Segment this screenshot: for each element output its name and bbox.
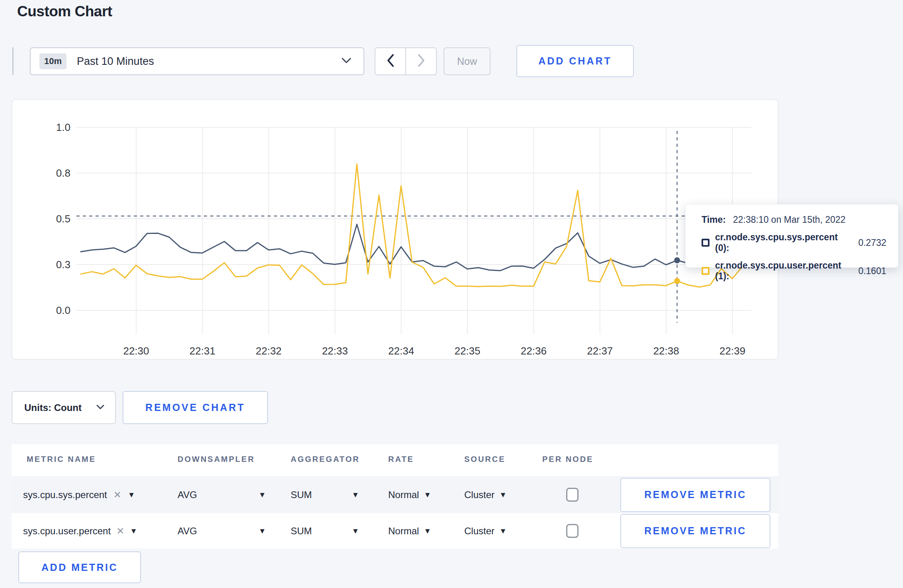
svg-text:22:31: 22:31 <box>190 345 215 357</box>
time-nav-group <box>375 47 437 75</box>
svg-text:0.5: 0.5 <box>56 213 70 225</box>
metrics-table-header: METRIC NAME DOWNSAMPLER AGGREGATOR RATE … <box>12 444 778 476</box>
remove-metric-button[interactable]: REMOVE METRIC <box>620 514 770 548</box>
col-header-downsampler: DOWNSAMPLER <box>178 455 255 464</box>
prev-time-button[interactable] <box>375 48 405 74</box>
toolbar-divider <box>12 47 14 75</box>
tooltip-series-row: cr.node.sys.cpu.user.percent (1): 0.1601 <box>702 260 886 282</box>
svg-text:22:35: 22:35 <box>454 345 480 357</box>
aggregator-value: SUM <box>291 526 312 537</box>
aggregator-value: SUM <box>291 489 312 500</box>
chart-panel: 0.00.30.50.81.022:3022:3122:3222:3322:34… <box>12 99 778 360</box>
svg-text:1.0: 1.0 <box>56 121 70 133</box>
tooltip-series-label: cr.node.sys.cpu.sys.percent (0): <box>715 232 852 253</box>
col-header-per-node: PER NODE <box>542 455 593 464</box>
caret-down-icon: ▼ <box>258 527 266 535</box>
svg-text:22:30: 22:30 <box>123 345 149 357</box>
add-chart-button[interactable]: ADD CHART <box>516 45 634 77</box>
rate-value: Normal <box>388 526 419 537</box>
svg-text:22:38: 22:38 <box>653 345 679 357</box>
svg-text:22:37: 22:37 <box>587 345 613 357</box>
caret-down-icon: ▼ <box>499 491 507 498</box>
caret-down-icon: ▼ <box>424 527 431 535</box>
tooltip-series-row: cr.node.sys.cpu.sys.percent (0): 0.2732 <box>702 232 886 253</box>
metric-row: sys.cpu.user.percent ✕ ▼ AVG ▼ SUM ▼ Nor… <box>12 513 778 549</box>
chevron-down-icon <box>96 404 105 411</box>
tooltip-time-label: Time: <box>702 214 726 225</box>
downsampler-select[interactable]: AVG ▼ <box>178 489 266 500</box>
source-select[interactable]: Cluster ▼ <box>464 489 507 500</box>
aggregator-select[interactable]: SUM ▼ <box>291 526 359 537</box>
tooltip-time-value: 22:38:10 on Mar 15th, 2022 <box>733 214 846 225</box>
svg-text:22:34: 22:34 <box>388 345 414 357</box>
svg-text:22:33: 22:33 <box>322 345 348 357</box>
caret-down-icon: ▼ <box>128 491 135 498</box>
caret-down-icon: ▼ <box>258 491 266 498</box>
svg-text:0.3: 0.3 <box>56 259 70 271</box>
per-node-checkbox[interactable] <box>566 488 579 502</box>
timeframe-select[interactable]: 10m Past 10 Minutes <box>30 47 364 75</box>
rate-value: Normal <box>388 489 419 500</box>
chart-svg[interactable]: 0.00.30.50.81.022:3022:3122:3222:3322:34… <box>12 100 778 359</box>
source-select[interactable]: Cluster ▼ <box>464 526 507 537</box>
svg-text:22:39: 22:39 <box>719 345 745 357</box>
source-value: Cluster <box>464 526 494 537</box>
metrics-table: METRIC NAME DOWNSAMPLER AGGREGATOR RATE … <box>12 444 778 549</box>
next-time-button[interactable] <box>405 48 436 74</box>
tooltip-series-value: 0.1601 <box>858 266 886 276</box>
tooltip-series-label: cr.node.sys.cpu.user.percent (1): <box>715 260 852 282</box>
caret-down-icon: ▼ <box>352 491 359 498</box>
chevron-right-icon <box>417 54 425 69</box>
aggregator-select[interactable]: SUM ▼ <box>291 489 359 500</box>
timeframe-badge: 10m <box>39 53 66 69</box>
chevron-down-icon <box>341 57 352 65</box>
svg-text:0.0: 0.0 <box>56 304 70 316</box>
source-value: Cluster <box>464 489 494 500</box>
metric-name-select[interactable]: sys.cpu.sys.percent ✕ ▼ <box>23 489 135 500</box>
units-select[interactable]: Units: Count <box>12 391 116 424</box>
units-label: Units: Count <box>24 402 82 413</box>
metric-name-label: sys.cpu.sys.percent <box>23 489 107 500</box>
rate-select[interactable]: Normal ▼ <box>388 526 431 537</box>
col-header-rate: RATE <box>388 455 414 464</box>
downsampler-value: AVG <box>178 526 197 537</box>
rate-select[interactable]: Normal ▼ <box>388 489 431 500</box>
col-header-source: SOURCE <box>464 455 506 464</box>
chart-tooltip: Time: 22:38:10 on Mar 15th, 2022 cr.node… <box>685 204 899 268</box>
user-series-swatch-icon <box>702 267 710 275</box>
per-node-checkbox[interactable] <box>566 524 579 538</box>
caret-down-icon: ▼ <box>499 527 507 535</box>
remove-chart-button[interactable]: REMOVE CHART <box>123 391 268 424</box>
caret-down-icon: ▼ <box>352 527 359 535</box>
close-icon[interactable]: ✕ <box>113 490 121 500</box>
tooltip-time-row: Time: 22:38:10 on Mar 15th, 2022 <box>702 214 886 225</box>
timeframe-label: Past 10 Minutes <box>77 55 341 68</box>
downsampler-value: AVG <box>178 489 197 500</box>
metric-row: sys.cpu.sys.percent ✕ ▼ AVG ▼ SUM ▼ Norm… <box>12 476 778 513</box>
caret-down-icon: ▼ <box>130 527 137 535</box>
col-header-metric-name: METRIC NAME <box>27 455 96 464</box>
svg-text:22:32: 22:32 <box>256 345 281 357</box>
metric-name-select[interactable]: sys.cpu.user.percent ✕ ▼ <box>23 526 137 537</box>
remove-metric-button[interactable]: REMOVE METRIC <box>620 478 770 512</box>
chevron-left-icon <box>387 54 395 69</box>
close-icon[interactable]: ✕ <box>116 526 124 536</box>
page-title: Custom Chart <box>17 3 112 20</box>
col-header-aggregator: AGGREGATOR <box>291 455 360 464</box>
tooltip-series-value: 0.2732 <box>858 238 886 248</box>
now-button[interactable]: Now <box>444 47 491 75</box>
downsampler-select[interactable]: AVG ▼ <box>178 526 266 537</box>
caret-down-icon: ▼ <box>424 491 431 498</box>
metric-name-label: sys.cpu.user.percent <box>23 526 111 537</box>
add-metric-button[interactable]: ADD METRIC <box>18 551 141 583</box>
svg-text:0.8: 0.8 <box>56 167 70 179</box>
svg-text:22:36: 22:36 <box>521 345 547 357</box>
sys-series-swatch-icon <box>702 239 710 247</box>
